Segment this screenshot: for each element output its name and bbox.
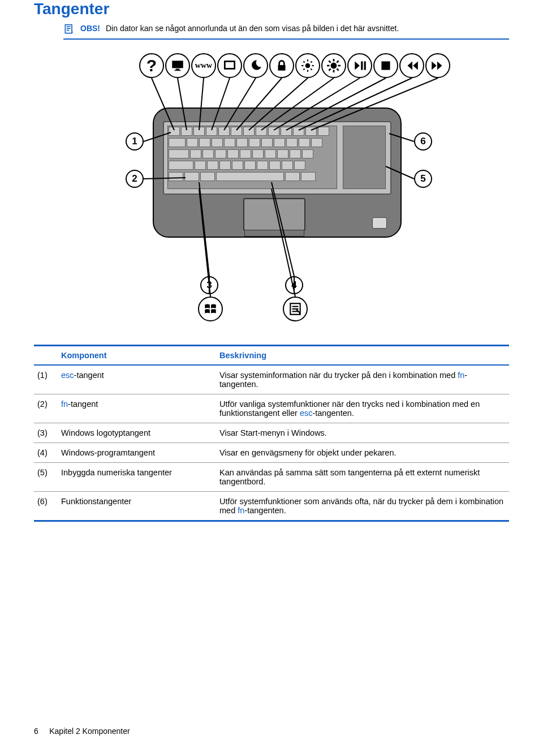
bubble-play-pause-icon (347, 53, 372, 78)
row-description: Utför systemfunktioner som används ofta,… (216, 492, 509, 521)
row-component: fn-tangent (58, 394, 216, 423)
svg-rect-3 (175, 70, 181, 71)
row-number: (1) (34, 365, 58, 394)
keyboard-diagram: ? www (34, 53, 509, 327)
callout-5: 5 (414, 170, 432, 188)
row-number: (6) (34, 492, 58, 521)
note-text: Din dator kan se något annorlunda ut än … (106, 24, 509, 33)
svg-rect-25 (364, 61, 366, 70)
svg-point-15 (331, 63, 337, 69)
note-row: OBS! Din dator kan se något annorlunda u… (63, 22, 509, 40)
table-row: (5)Inbyggda numeriska tangenterKan använ… (34, 463, 509, 492)
svg-line-11 (303, 61, 304, 62)
bubble-lock-icon (269, 53, 294, 78)
svg-rect-4 (225, 61, 234, 68)
bubble-brightness-down-icon (295, 53, 320, 78)
bubble-screen-icon (217, 53, 242, 78)
th-component: Komponent (58, 346, 216, 366)
bubble-help-icon: ? (139, 53, 164, 78)
row-component: esc-tangent (58, 365, 216, 394)
row-description: Visar en genvägsmeny för objekt under pe… (216, 443, 509, 463)
svg-point-6 (305, 63, 311, 68)
svg-line-13 (303, 68, 304, 70)
row-number: (2) (34, 394, 58, 423)
table-row: (1)esc-tangentVisar systeminformation nä… (34, 365, 509, 394)
bubble-brightness-up-icon (321, 53, 346, 78)
row-component: Inbyggda numeriska tangenter (58, 463, 216, 492)
table-row: (3)Windows logotyptangentVisar Start-men… (34, 423, 509, 443)
bubble-stop-icon (373, 53, 398, 78)
row-component: Windows logotyptangent (58, 423, 216, 443)
svg-line-22 (329, 68, 330, 70)
table-row: (2)fn-tangentUtför vanliga systemfunktio… (34, 394, 509, 423)
svg-rect-1 (172, 61, 183, 68)
component-table: Komponent Beskrivning (1)esc-tangentVisa… (34, 345, 509, 522)
bubble-next-icon (425, 53, 450, 78)
row-description: Utför vanliga systemfunktioner när den t… (216, 394, 509, 423)
row-description: Visar Start-menyn i Windows. (216, 423, 509, 443)
row-description: Visar systeminformation när du trycker p… (216, 365, 509, 394)
th-description: Beskrivning (216, 346, 509, 366)
row-description: Kan användas på samma sätt som tangenter… (216, 463, 509, 492)
svg-line-21 (337, 68, 338, 70)
windows-logo-icon (198, 297, 223, 321)
callout-3: 3 (200, 276, 218, 294)
svg-rect-24 (361, 61, 363, 70)
row-component: Funktionstangenter (58, 492, 216, 521)
svg-line-20 (329, 61, 330, 62)
row-number: (4) (34, 443, 58, 463)
bubble-moon-icon (243, 53, 268, 78)
bubble-www-icon: www (191, 53, 216, 78)
row-number: (5) (34, 463, 58, 492)
svg-rect-5 (278, 65, 286, 71)
page-footer: 6 Kapitel 2 Komponenter (34, 727, 130, 736)
chapter-label: Kapitel 2 Komponenter (49, 727, 130, 736)
svg-rect-26 (381, 61, 390, 70)
keyboard-numpad (343, 126, 386, 189)
callout-2: 2 (126, 170, 144, 188)
row-component: Windows-programtangent (58, 443, 216, 463)
touchpad (243, 198, 305, 231)
note-icon (63, 24, 75, 35)
table-row: (6)FunktionstangenterUtför systemfunktio… (34, 492, 509, 521)
menu-icon (283, 297, 308, 321)
callout-1: 1 (126, 132, 144, 151)
callout-4: 4 (285, 276, 303, 294)
note-label: OBS! (80, 24, 100, 33)
callout-6: 6 (414, 132, 432, 151)
svg-line-12 (311, 68, 312, 70)
row-number: (3) (34, 423, 58, 443)
bubble-prev-icon (399, 53, 424, 78)
svg-line-23 (337, 61, 338, 62)
svg-line-14 (311, 61, 312, 62)
page-number: 6 (34, 727, 38, 736)
bubble-monitor-icon (165, 53, 190, 78)
table-row: (4)Windows-programtangentVisar en genväg… (34, 443, 509, 463)
page-title: Tangenter (34, 0, 509, 18)
svg-rect-2 (176, 68, 180, 70)
